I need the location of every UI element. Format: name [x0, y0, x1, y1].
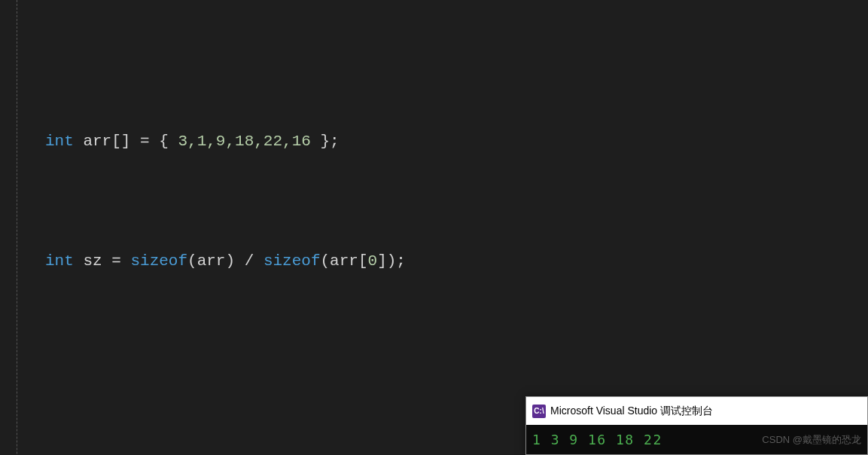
console-output: 1 3 9 16 18 22 [532, 427, 662, 453]
code-line: int arr[] = { 3,1,9,18,22,16 }; [0, 127, 868, 157]
console-titlebar[interactable]: C:\ Microsoft Visual Studio 调试控制台 [526, 397, 867, 425]
code-line-empty [0, 367, 868, 397]
code-line: int sz = sizeof(arr) / sizeof(arr[0]); [0, 246, 868, 276]
watermark: CSDN @戴墨镜的恐龙 [762, 431, 861, 450]
console-title: Microsoft Visual Studio 调试控制台 [550, 401, 713, 421]
vs-icon: C:\ [532, 405, 546, 418]
debug-console-window[interactable]: C:\ Microsoft Visual Studio 调试控制台 1 3 9 … [525, 396, 868, 455]
keyword: int [45, 133, 74, 150]
console-body: 1 3 9 16 18 22 CSDN @戴墨镜的恐龙 [526, 425, 867, 454]
code-editor[interactable]: int arr[] = { 3,1,9,18,22,16 }; int sz =… [0, 0, 868, 455]
